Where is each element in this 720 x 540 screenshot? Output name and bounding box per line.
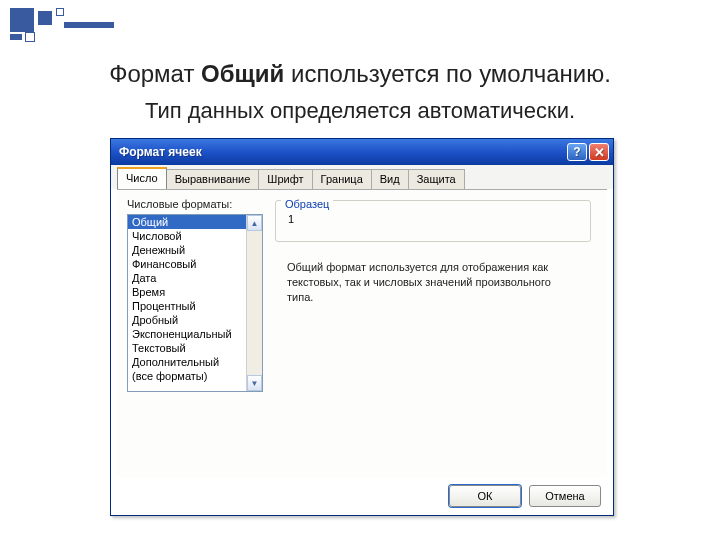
scroll-down-icon[interactable]: ▼: [247, 375, 262, 391]
list-item[interactable]: Общий: [128, 215, 246, 229]
headline-post: используется по умолчанию.: [284, 60, 611, 87]
headline-pre: Формат: [109, 60, 201, 87]
scroll-track[interactable]: [247, 231, 262, 375]
format-cells-dialog: Формат ячеек ? ✕ Число Выравнивание Шриф…: [110, 138, 614, 516]
tab-label: Защита: [417, 173, 456, 185]
sample-label: Образец: [281, 198, 333, 210]
ok-label: ОК: [478, 490, 493, 502]
tab-border[interactable]: Граница: [312, 169, 372, 189]
list-item[interactable]: Процентный: [128, 299, 246, 313]
sample-value: 1: [288, 213, 294, 225]
list-item[interactable]: Экспоненциальный: [128, 327, 246, 341]
list-item[interactable]: Время: [128, 285, 246, 299]
tab-view[interactable]: Вид: [371, 169, 409, 189]
tab-number[interactable]: Число: [117, 167, 167, 189]
list-scrollbar[interactable]: ▲ ▼: [246, 215, 262, 391]
help-button[interactable]: ?: [567, 143, 587, 161]
titlebar: Формат ячеек ? ✕: [111, 139, 613, 165]
format-listbox[interactable]: Общий Числовой Денежный Финансовый Дата …: [127, 214, 263, 392]
close-icon: ✕: [594, 145, 605, 160]
tab-label: Выравнивание: [175, 173, 251, 185]
close-button[interactable]: ✕: [589, 143, 609, 161]
format-description: Общий формат используется для отображени…: [287, 260, 577, 305]
headline: Формат Общий используется по умолчанию.: [0, 60, 720, 88]
tab-alignment[interactable]: Выравнивание: [166, 169, 260, 189]
scroll-up-icon[interactable]: ▲: [247, 215, 262, 231]
subheadline: Тип данных определяется автоматически.: [0, 98, 720, 124]
headline-bold: Общий: [201, 60, 284, 87]
dialog-button-row: ОК Отмена: [449, 485, 601, 507]
slide-corner-decoration: [10, 8, 120, 48]
help-icon: ?: [573, 145, 580, 159]
list-item[interactable]: Дата: [128, 271, 246, 285]
cancel-label: Отмена: [545, 490, 584, 502]
cancel-button[interactable]: Отмена: [529, 485, 601, 507]
list-item[interactable]: Дробный: [128, 313, 246, 327]
list-item[interactable]: Денежный: [128, 243, 246, 257]
tab-label: Число: [126, 172, 158, 184]
tab-font[interactable]: Шрифт: [258, 169, 312, 189]
list-item[interactable]: Дополнительный: [128, 355, 246, 369]
tab-label: Шрифт: [267, 173, 303, 185]
tab-label: Граница: [321, 173, 363, 185]
tab-protection[interactable]: Защита: [408, 169, 465, 189]
sample-group: 1 Образец: [275, 200, 591, 242]
tabstrip: Число Выравнивание Шрифт Граница Вид Защ…: [111, 165, 613, 189]
format-list-items: Общий Числовой Денежный Финансовый Дата …: [128, 215, 246, 391]
tab-body-number: Числовые форматы: Общий Числовой Денежны…: [117, 189, 607, 477]
list-item[interactable]: (все форматы): [128, 369, 246, 383]
list-item[interactable]: Финансовый: [128, 257, 246, 271]
dialog-title: Формат ячеек: [119, 145, 565, 159]
list-item[interactable]: Числовой: [128, 229, 246, 243]
tab-label: Вид: [380, 173, 400, 185]
list-item[interactable]: Текстовый: [128, 341, 246, 355]
ok-button[interactable]: ОК: [449, 485, 521, 507]
